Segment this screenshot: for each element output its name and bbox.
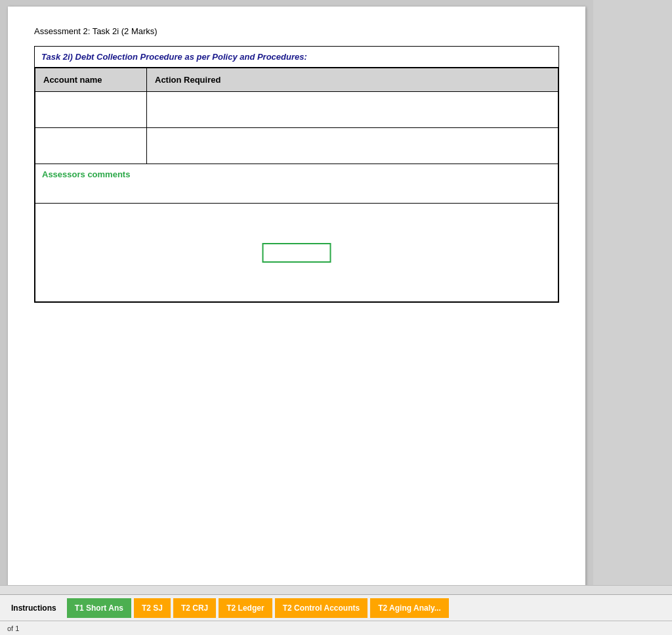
tab-t2-control-accounts[interactable]: T2 Control Accounts (275, 598, 368, 618)
tab-t2-ledger[interactable]: T2 Ledger (219, 598, 272, 618)
col-account-name-header: Account name (35, 68, 147, 92)
page-indicator: of 1 (3, 623, 23, 634)
task-table-wrapper: Task 2i) Debt Collection Procedure as pe… (34, 46, 559, 303)
bottom-status-bar: of 1 (0, 621, 672, 635)
page-container: Assessment 2: Task 2i (2 Marks) Task 2i)… (0, 0, 593, 585)
account-cell-1[interactable] (35, 92, 147, 128)
tab-t2-crj[interactable]: T2 CRJ (173, 598, 216, 618)
document-page: Assessment 2: Task 2i (2 Marks) Task 2i)… (8, 7, 585, 585)
task-header: Task 2i) Debt Collection Procedure as pe… (35, 47, 558, 68)
tab-instructions[interactable]: Instructions (3, 598, 64, 618)
table-header-row: Account name Action Required (35, 68, 558, 92)
account-cell-2[interactable] (35, 128, 147, 164)
bottom-tabs-bar: Instructions T1 Short Ans T2 SJ T2 CRJ T… (0, 594, 672, 621)
table-row (35, 128, 558, 164)
comments-area[interactable] (35, 204, 558, 302)
col-action-required-header: Action Required (147, 68, 558, 92)
green-input-box[interactable] (262, 243, 331, 263)
data-table: Account name Action Required (35, 68, 558, 164)
main-area: Assessment 2: Task 2i (2 Marks) Task 2i)… (0, 0, 672, 585)
assessment-title: Assessment 2: Task 2i (2 Marks) (34, 26, 559, 36)
assessors-comments-label: Assessors comments (42, 169, 130, 179)
action-cell-2[interactable] (147, 128, 558, 164)
action-cell-1[interactable] (147, 92, 558, 128)
tab-t2-aging-analysis[interactable]: T2 Aging Analy... (370, 598, 449, 618)
horizontal-scrollbar[interactable] (0, 585, 672, 594)
table-row (35, 92, 558, 128)
tab-t2-sj[interactable]: T2 SJ (134, 598, 171, 618)
scrollbar-track[interactable] (3, 587, 669, 594)
assessors-section: Assessors comments (35, 164, 558, 204)
right-sidebar (593, 0, 672, 585)
tab-t1-short-ans[interactable]: T1 Short Ans (67, 598, 131, 618)
